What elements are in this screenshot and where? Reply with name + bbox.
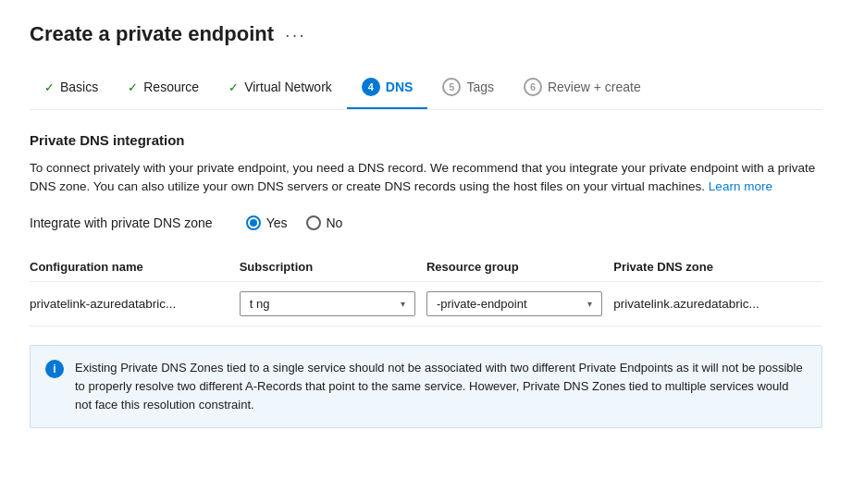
wizard-steps: ✓ Basics ✓ Resource ✓ Virtual Network 4 … (30, 68, 822, 110)
step-label-dns: DNS (386, 80, 414, 94)
radio-label: Integrate with private DNS zone (30, 215, 213, 230)
page-title: Create a private endpoint (30, 22, 274, 46)
chevron-down-icon: ▾ (401, 299, 405, 309)
step-tags[interactable]: 5 Tags (427, 68, 509, 109)
check-icon-virtual-network: ✓ (228, 80, 239, 94)
radio-row: Integrate with private DNS zone Yes No (30, 215, 822, 230)
dns-table: Configuration name Subscription Resource… (30, 252, 822, 326)
page-title-row: Create a private endpoint ··· (30, 22, 822, 46)
step-resource[interactable]: ✓ Resource (113, 70, 214, 107)
col-header-dns-zone: Private DNS zone (613, 252, 822, 282)
section-title: Private DNS integration (30, 132, 822, 148)
info-icon: i (45, 360, 64, 378)
cell-private-dns-zone: privatelink.azuredatabric... (613, 281, 822, 326)
step-label-tags: Tags (466, 80, 494, 94)
cell-resource-group: -private-endpoint ▾ (426, 281, 613, 326)
step-label-virtual-network: Virtual Network (244, 80, 332, 94)
radio-no[interactable]: No (306, 215, 343, 230)
cell-subscription: t ng ▾ (240, 281, 426, 326)
info-box-text: Existing Private DNS Zones tied to a sin… (75, 359, 807, 414)
col-header-config: Configuration name (30, 252, 240, 282)
radio-text-yes: Yes (266, 215, 288, 230)
col-header-resource-group: Resource group (426, 252, 613, 282)
step-review[interactable]: 6 Review + create (509, 68, 656, 109)
step-virtual-network[interactable]: ✓ Virtual Network (214, 70, 347, 107)
radio-outer-yes (246, 215, 261, 230)
info-box: i Existing Private DNS Zones tied to a s… (30, 345, 822, 428)
subscription-dropdown[interactable]: t ng ▾ (240, 291, 415, 316)
chevron-down-icon-rg: ▾ (587, 299, 592, 309)
step-circle-tags: 5 (442, 78, 461, 96)
step-label-resource: Resource (143, 80, 199, 94)
step-dns[interactable]: 4 DNS (347, 68, 428, 109)
radio-inner-yes (250, 219, 257, 227)
step-circle-dns: 4 (362, 78, 380, 96)
page-title-dots[interactable]: ··· (285, 24, 306, 45)
section-description: To connect privately with your private e… (30, 159, 822, 197)
check-icon-basics: ✓ (44, 80, 55, 94)
radio-text-no: No (327, 215, 343, 230)
subscription-value: t ng (250, 297, 270, 311)
step-basics[interactable]: ✓ Basics (30, 70, 113, 107)
learn-more-link[interactable]: Learn more (709, 179, 772, 193)
radio-yes[interactable]: Yes (246, 215, 288, 230)
cell-config-name: privatelink-azuredatabric... (30, 281, 240, 326)
step-label-review: Review + create (548, 80, 641, 94)
col-header-subscription: Subscription (240, 252, 426, 282)
step-circle-review: 6 (524, 78, 542, 96)
radio-outer-no (306, 215, 321, 230)
resource-group-value: -private-endpoint (437, 297, 527, 311)
resource-group-dropdown[interactable]: -private-endpoint ▾ (426, 291, 602, 316)
description-text-part1: To connect privately with your private e… (30, 161, 815, 193)
table-row: privatelink-azuredatabric... t ng ▾ -pri… (30, 281, 822, 326)
check-icon-resource: ✓ (128, 80, 138, 94)
step-label-basics: Basics (60, 80, 98, 94)
